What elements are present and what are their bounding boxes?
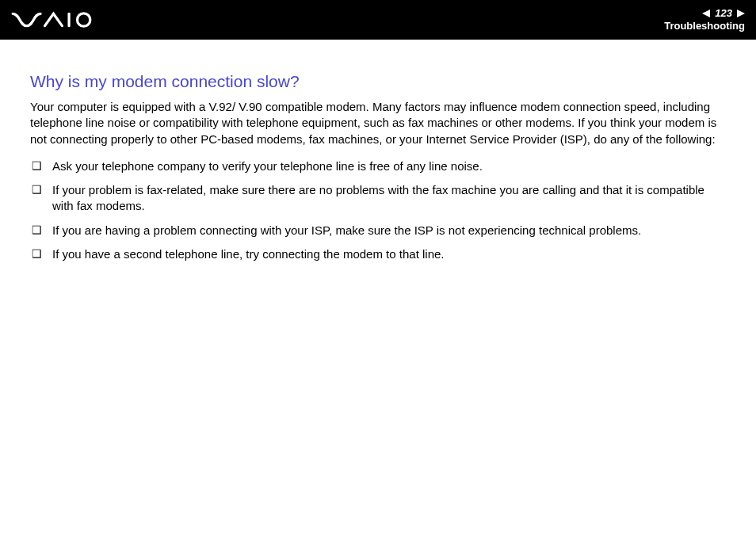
section-name: Troubleshooting bbox=[664, 20, 745, 32]
list-item: If you have a second telephone line, try… bbox=[30, 246, 726, 262]
intro-paragraph: Your computer is equipped with a V.92/ V… bbox=[30, 99, 726, 147]
bullet-list: Ask your telephone company to verify you… bbox=[30, 158, 726, 262]
next-page-icon[interactable] bbox=[737, 10, 745, 17]
list-item: If you are having a problem connecting w… bbox=[30, 223, 726, 238]
list-item: Ask your telephone company to verify you… bbox=[30, 158, 726, 174]
page-content: Why is my modem connection slow? Your co… bbox=[0, 40, 756, 262]
article-title: Why is my modem connection slow? bbox=[30, 71, 726, 91]
page-header: 123 Troubleshooting bbox=[0, 0, 756, 40]
header-right: 123 Troubleshooting bbox=[664, 8, 745, 32]
list-item: If your problem is fax-related, make sur… bbox=[30, 182, 726, 215]
page-number: 123 bbox=[715, 8, 732, 18]
svg-point-1 bbox=[77, 13, 90, 26]
prev-page-icon[interactable] bbox=[702, 10, 710, 17]
vaio-logo-icon bbox=[11, 10, 106, 29]
page-nav: 123 bbox=[664, 8, 745, 18]
